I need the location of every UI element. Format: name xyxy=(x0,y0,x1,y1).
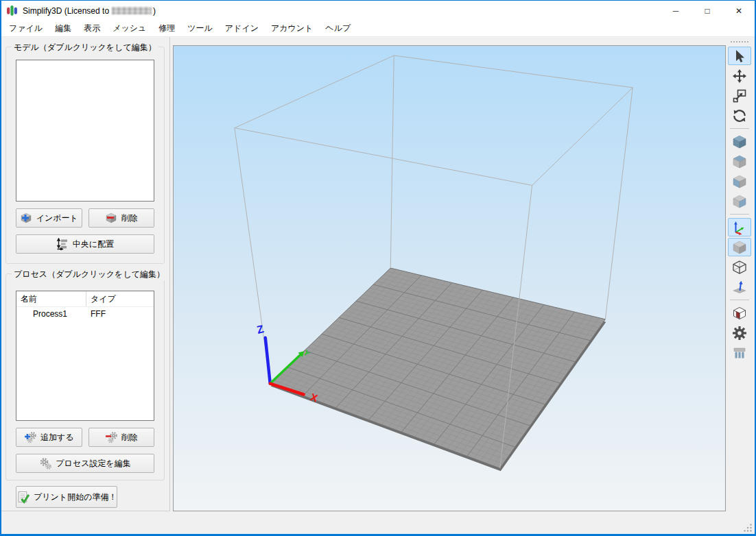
viewport-3d-scene[interactable]: XYZ xyxy=(173,45,726,511)
toolbar-separator xyxy=(730,214,749,215)
side-view-cube-icon xyxy=(732,194,747,209)
menubar: ファイル 編集 表示 メッシュ 修理 ツール アドイン アカウント ヘルプ xyxy=(1,21,755,37)
rotate-arrows-icon xyxy=(732,108,747,123)
surface-normals-toggle[interactable] xyxy=(728,278,751,296)
menu-addins[interactable]: アドイン xyxy=(219,20,265,37)
column-header-name[interactable]: 名前 xyxy=(16,291,86,306)
normal-arrow-icon xyxy=(732,280,747,295)
menu-edit[interactable]: 編集 xyxy=(49,20,78,37)
remove-process-button[interactable]: 削除 xyxy=(88,428,155,447)
gear-icon xyxy=(732,326,747,341)
toolbar-drag-handle[interactable] xyxy=(731,41,748,43)
center-arrange-icon xyxy=(56,238,69,250)
add-process-button[interactable]: 追加する xyxy=(16,428,82,447)
window-title: Simplify3D (Licensed to) xyxy=(23,6,156,16)
cube-plus-icon xyxy=(20,212,32,224)
column-header-type[interactable]: タイプ xyxy=(86,293,116,305)
processes-groupbox: プロセス（ダブルクリックをして編集） 名前 タイプ Process1 FFF xyxy=(5,273,165,480)
move-tool[interactable] xyxy=(728,66,751,85)
side-view-button[interactable] xyxy=(728,192,751,210)
models-list[interactable] xyxy=(16,60,154,202)
move-arrows-icon xyxy=(732,69,747,84)
top-view-button[interactable] xyxy=(728,152,751,171)
sidebar: モデル（ダブルクリックをして編集） インポート xyxy=(1,37,170,511)
prepare-to-print-button[interactable]: プリント開始の準備！ xyxy=(16,486,117,508)
center-and-arrange-button[interactable]: 中央に配置 xyxy=(16,234,154,254)
viewport-panel: XYZ xyxy=(173,45,726,511)
menu-file[interactable]: ファイル xyxy=(3,20,49,37)
app-window: Simplify3D (Licensed to) ─ □ ✕ ファイル 編集 表… xyxy=(0,0,756,536)
menu-tools[interactable]: ツール xyxy=(181,20,219,37)
toolbar-separator xyxy=(730,300,749,300)
redacted-license-name xyxy=(112,7,152,14)
gears-icon xyxy=(39,457,51,470)
support-structures-button[interactable] xyxy=(728,343,751,362)
edit-process-settings-button[interactable]: プロセス設定を編集 xyxy=(16,454,154,473)
top-view-cube-icon xyxy=(732,154,747,169)
process-table-header: 名前 タイプ xyxy=(16,291,154,307)
process-type-cell: FFF xyxy=(86,309,106,319)
select-tool[interactable] xyxy=(728,47,751,65)
front-view-cube-icon xyxy=(732,174,747,189)
iso-view-cube-icon xyxy=(732,134,747,149)
solid-render-toggle[interactable] xyxy=(728,238,751,256)
scale-icon xyxy=(732,88,747,103)
machine-settings-button[interactable] xyxy=(728,324,751,342)
processes-groupbox-title: プロセス（ダブルクリックをして編集） xyxy=(12,269,167,280)
solid-cube-icon xyxy=(732,240,747,255)
process-name-cell: Process1 xyxy=(16,309,86,319)
document-check-icon xyxy=(16,491,29,504)
show-axes-toggle[interactable] xyxy=(728,218,751,236)
models-groupbox-title: モデル（ダブルクリックをして編集） xyxy=(12,42,158,53)
rotate-tool[interactable] xyxy=(728,106,751,125)
gear-plus-icon xyxy=(24,431,36,443)
maximize-button[interactable]: □ xyxy=(692,1,723,21)
menu-help[interactable]: ヘルプ xyxy=(319,20,357,37)
app-logo-icon xyxy=(6,5,18,16)
default-view-button[interactable] xyxy=(728,132,751,151)
axes-triad-icon xyxy=(732,220,747,235)
menu-repair[interactable]: 修理 xyxy=(152,20,181,37)
front-view-button[interactable] xyxy=(728,172,751,191)
menu-view[interactable]: 表示 xyxy=(78,20,106,37)
import-model-button[interactable]: インポート xyxy=(16,208,82,228)
wireframe-toggle[interactable] xyxy=(728,258,751,276)
menu-account[interactable]: アカウント xyxy=(265,20,319,37)
supports-icon xyxy=(732,345,747,361)
toolbar-separator xyxy=(730,128,749,129)
cross-section-cube-icon xyxy=(732,306,747,321)
gear-minus-icon xyxy=(105,431,117,443)
cross-section-tool[interactable] xyxy=(728,304,751,322)
titlebar: Simplify3D (Licensed to) ─ □ ✕ xyxy=(1,1,755,21)
view-toolbar xyxy=(726,37,753,363)
remove-model-button[interactable]: 削除 xyxy=(88,208,155,228)
cursor-arrow-icon xyxy=(732,49,747,64)
window-resize-grip[interactable] xyxy=(743,523,753,533)
models-groupbox: モデル（ダブルクリックをして編集） インポート xyxy=(5,47,165,264)
cube-minus-icon xyxy=(105,212,117,224)
menu-mesh[interactable]: メッシュ xyxy=(106,20,152,37)
process-row[interactable]: Process1 FFF xyxy=(16,307,154,321)
process-table: 名前 タイプ Process1 FFF xyxy=(16,291,154,421)
close-button[interactable]: ✕ xyxy=(723,1,755,21)
minimize-button[interactable]: ─ xyxy=(660,1,692,21)
scale-tool[interactable] xyxy=(728,86,751,105)
wireframe-cube-icon xyxy=(732,260,747,275)
